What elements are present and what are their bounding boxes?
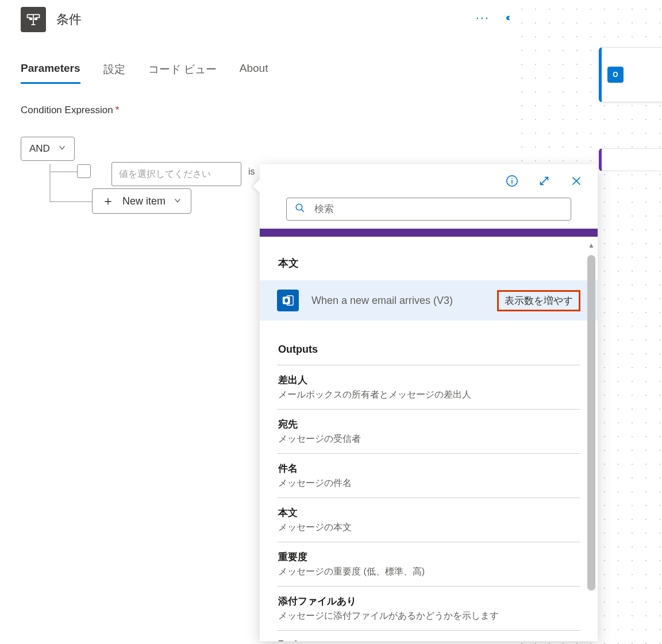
svg-point-9 [285, 298, 288, 302]
placeholder-text: 値を選択してください [119, 168, 211, 180]
outlook-icon [277, 290, 299, 311]
condition-icon [21, 7, 46, 32]
tree-connector [49, 171, 77, 172]
chevron-down-icon [58, 143, 66, 155]
expand-icon[interactable] [538, 175, 551, 187]
condition-group-operator[interactable]: AND [21, 137, 75, 161]
search-icon [295, 203, 305, 215]
canvas-node-action[interactable] [599, 148, 662, 171]
outlook-icon: O [607, 67, 623, 83]
svg-point-4 [511, 178, 513, 179]
condition-expression-label: Condition Expression* [21, 105, 119, 116]
output-item[interactable]: 差出人メールボックスの所有者とメッセージの差出人 [277, 365, 580, 409]
output-name: 差出人 [278, 373, 579, 387]
output-name: Body [278, 639, 579, 641]
output-desc: メッセージの受信者 [278, 433, 579, 445]
new-item-label: New item [122, 195, 166, 207]
new-item-button[interactable]: ＋ New item [92, 188, 191, 214]
flyout-toolbar [260, 164, 598, 198]
output-desc: メールボックスの所有者とメッセージの差出人 [278, 389, 579, 401]
search-field[interactable] [314, 203, 563, 215]
svg-point-5 [296, 204, 302, 210]
outputs-list: 差出人メールボックスの所有者とメッセージの差出人宛先メッセージの受信者件名メッセ… [277, 365, 580, 641]
scrollbar-thumb[interactable] [587, 255, 595, 591]
output-item[interactable]: 件名メッセージの件名 [277, 453, 580, 498]
output-name: 件名 [278, 462, 579, 475]
output-name: 重要度 [278, 550, 579, 564]
required-asterisk: * [116, 105, 120, 115]
canvas-node-trigger[interactable]: O [599, 47, 662, 102]
svg-rect-1 [34, 18, 37, 20]
tab-parameters[interactable]: Parameters [21, 62, 80, 84]
tabs: Parameters 設定 コード ビュー About [21, 62, 268, 84]
output-desc: メッセージの件名 [278, 477, 579, 489]
close-icon[interactable] [570, 175, 583, 187]
plus-icon: ＋ [102, 195, 114, 207]
output-item[interactable]: BodyGraph クライアントが電子メール メッセージを受信する [277, 630, 580, 641]
collapse-panel-button[interactable]: ‹‹ [507, 11, 513, 24]
flyout-pointer [253, 178, 261, 194]
action-name: When a new email arrives (V3) [311, 295, 484, 307]
scrollbar-arrow-up[interactable]: ▲ [587, 241, 595, 249]
info-icon[interactable] [506, 175, 518, 187]
svg-line-6 [301, 209, 304, 212]
chevron-down-icon [174, 195, 182, 207]
tree-connector [49, 164, 51, 202]
tree-connector [49, 201, 92, 202]
operator-text: AND [29, 143, 50, 155]
tab-settings[interactable]: 設定 [103, 62, 125, 84]
output-item[interactable]: 添付ファイルありメッセージに添付ファイルがあるかどうかを示します [277, 586, 580, 630]
more-menu-button[interactable]: ··· [476, 15, 490, 21]
dynamic-content-flyout: 本文 When a new email arrives (V3) 表示数を増やす… [260, 164, 598, 641]
tab-about[interactable]: About [240, 62, 268, 84]
output-item[interactable]: 宛先メッセージの受信者 [277, 409, 580, 453]
tab-codeview[interactable]: コード ビュー [148, 62, 217, 84]
output-desc: メッセージの本文 [278, 522, 579, 534]
trigger-action-row[interactable]: When a new email arrives (V3) 表示数を増やす [260, 280, 598, 321]
svg-rect-0 [29, 18, 32, 20]
panel-header: 条件 [21, 7, 513, 32]
output-desc: メッセージに添付ファイルがあるかどうかを示します [278, 610, 579, 622]
output-name: 本文 [278, 506, 579, 519]
panel-title: 条件 [56, 11, 82, 28]
section-header-body: 本文 [277, 237, 580, 280]
show-more-button[interactable]: 表示数を増やす [497, 290, 580, 311]
flyout-scroll-area[interactable]: 本文 When a new email arrives (V3) 表示数を増やす… [260, 229, 598, 641]
output-desc: メッセージの重要度 (低、標準、高) [278, 566, 579, 578]
outputs-header: Outputs [277, 321, 580, 365]
condition-value-input[interactable]: 値を選択してください [111, 162, 241, 186]
previous-action-strip [260, 229, 598, 237]
output-name: 添付ファイルあり [278, 595, 579, 608]
search-input[interactable] [286, 198, 571, 221]
output-item[interactable]: 本文メッセージの本文 [277, 498, 580, 542]
output-name: 宛先 [278, 418, 579, 431]
output-item[interactable]: 重要度メッセージの重要度 (低、標準、高) [277, 542, 580, 586]
condition-row-checkbox[interactable] [77, 164, 91, 178]
operator-fragment: is [248, 167, 255, 177]
